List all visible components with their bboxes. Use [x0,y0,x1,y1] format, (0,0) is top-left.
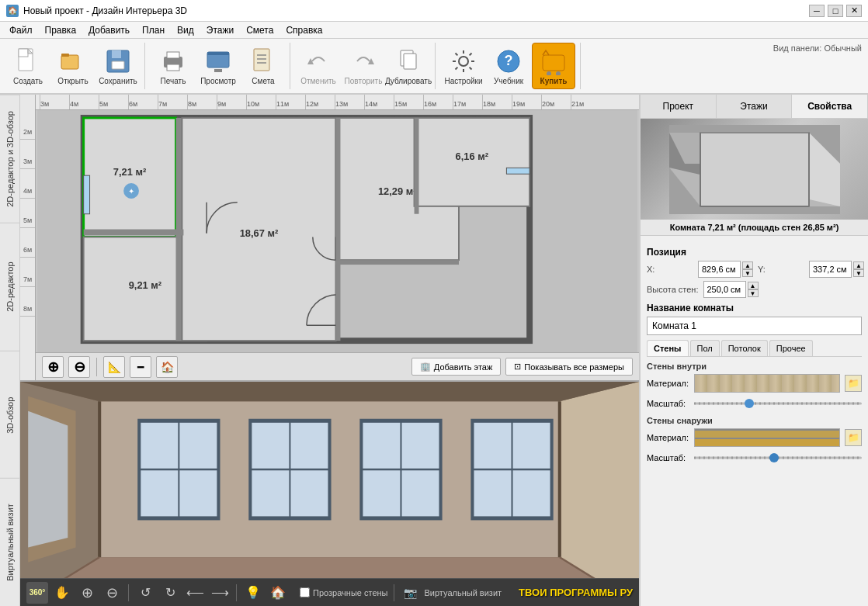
orbit-right-button[interactable]: ⟶ [209,582,231,604]
room-name-input[interactable] [647,317,862,335]
svg-marker-72 [28,411,68,548]
duplicate-button[interactable]: Дублировать [387,43,430,89]
tab-properties[interactable]: Свойства [792,95,868,118]
sidebar-2d3d[interactable]: 2D-редактор и 3D-обзор [0,95,19,223]
home-button[interactable]: 🏠 [156,356,178,378]
svg-rect-49 [506,168,529,174]
x-increment[interactable]: ▲ [742,261,753,269]
print-button[interactable]: Печать [151,43,195,89]
minus-button[interactable]: ━ [130,356,151,378]
sub-tab-other[interactable]: Прочее [769,340,813,356]
svg-text:7,21 м²: 7,21 м² [113,166,147,178]
sub-tab-walls[interactable]: Стены [647,340,689,356]
x-spinner: ▲ ▼ [742,261,753,277]
scale-thumb[interactable] [745,399,754,408]
light-button[interactable]: 💡 [242,582,264,604]
ruler-h-tick: 21м [571,95,600,109]
y-decrement[interactable]: ▼ [853,269,864,277]
walls-outside-folder-button[interactable]: 📁 [845,429,862,446]
create-icon [14,47,42,75]
scale-thumb-2[interactable] [769,453,779,462]
menu-file[interactable]: Файл [3,23,39,37]
svg-text:✦: ✦ [128,187,134,196]
home-3d-button[interactable]: 🏠 [267,582,289,604]
undo-button[interactable]: Отменить [297,43,340,89]
camera-button[interactable]: 📷 [400,582,422,604]
y-value[interactable]: 337,2 см [809,261,852,278]
walls-inside-folder-button[interactable]: 📁 [845,375,862,392]
minimize-button[interactable]: ─ [809,5,825,17]
center-area: 3м 4м 5м 6м 7м 8м 9м 10м 11м 12м 13м 14м… [20,95,639,606]
menu-plan[interactable]: План [136,23,171,37]
walls-outside-material-preview[interactable] [694,428,840,447]
save-button[interactable]: Сохранить [96,43,140,89]
orbit-left-button[interactable]: ⟵ [184,582,206,604]
open-button[interactable]: Открыть [51,43,95,89]
sub-tab-ceiling[interactable]: Потолок [721,340,768,356]
redo-button[interactable]: Повторить [342,43,385,89]
transparent-walls-toggle[interactable]: Прозрачные стены [300,587,387,597]
toolbar-group-print: Печать Просмотр Смета [151,43,290,89]
menu-floors[interactable]: Этажи [200,23,240,37]
zoom-in-button[interactable]: ⊕ [42,356,64,378]
create-button[interactable]: Создать [6,43,50,89]
x-label: X: [647,265,693,274]
rotate-left-button[interactable]: ↺ [134,582,156,604]
y-spinner: ▲ ▼ [853,261,864,277]
ruler-h-tick: 10м [246,95,276,109]
svg-rect-10 [167,64,179,71]
buy-icon [540,47,568,75]
floorplan-canvas[interactable]: 7,21 м² ✦ 9,21 м² 18,67 м² 12,29 м² [36,110,639,352]
y-input-group: 337,2 см ▲ ▼ [809,261,864,278]
settings-label: Настройки [444,77,482,85]
wall-height-decrement[interactable]: ▼ [748,289,759,297]
zoom-in-3d-button[interactable]: ⊕ [76,582,98,604]
pan-button[interactable]: ✋ [51,582,73,604]
walls-inside-slider[interactable] [694,397,862,410]
sidebar-virtual[interactable]: Виртуальный визит [0,478,19,606]
walls-inside-material-row: Материал: 📁 [647,374,862,393]
close-button[interactable]: ✕ [846,5,862,17]
menu-view[interactable]: Вид [171,23,200,37]
add-floor-button[interactable]: 🏢 Добавить этаж [411,358,501,376]
rotate-right-button[interactable]: ↻ [159,582,181,604]
tab-floors[interactable]: Этажи [717,95,793,118]
zoom-out-3d-button[interactable]: ⊖ [101,582,123,604]
y-increment[interactable]: ▲ [853,261,864,269]
360-button[interactable]: 360° [26,582,48,604]
menu-edit[interactable]: Правка [39,23,83,37]
scene-3d-svg [20,382,639,606]
tab-project[interactable]: Проект [641,95,717,118]
wall-height-label: Высота стен: [647,285,699,294]
duplicate-icon [394,47,422,75]
menu-help[interactable]: Справка [279,23,328,37]
walls-outside-slider[interactable] [694,452,862,464]
x-decrement[interactable]: ▼ [742,269,753,277]
buy-button[interactable]: Купить [532,43,575,89]
zoom-out-button[interactable]: ⊖ [68,356,90,378]
wall-height-input-group: 250,0 см ▲ ▼ [703,281,759,298]
menu-add[interactable]: Добавить [82,23,136,37]
sidebar-3d[interactable]: 3D-обзор [0,351,19,479]
settings-button[interactable]: Настройки [442,43,485,89]
measure-button[interactable]: 📐 [103,356,125,378]
sidebar-2d[interactable]: 2D-редактор [0,223,19,351]
undo-label: Отменить [300,77,336,85]
wall-height-increment[interactable]: ▲ [748,282,759,289]
x-value[interactable]: 829,6 см [698,261,741,278]
maximize-button[interactable]: □ [828,5,843,17]
wall-height-value[interactable]: 250,0 см [703,281,746,298]
title-area: 🏠 Новый проект - Дизайн Интерьера 3D [6,5,187,17]
ruler-h-tick: 16м [423,95,453,109]
svg-rect-14 [254,49,269,71]
preview-button[interactable]: Просмотр [196,43,240,89]
walls-inside-material-preview[interactable] [694,374,840,393]
menu-estimate[interactable]: Смета [240,23,279,37]
room-preview-svg [669,125,840,214]
show-dimensions-button[interactable]: ⊡ Показывать все размеры [505,358,633,376]
open-label: Открыть [57,77,88,85]
sub-tab-floor[interactable]: Пол [690,340,720,356]
estimate-button[interactable]: Смета [241,43,285,89]
tutorial-button[interactable]: ? Учебник [487,43,530,89]
transparent-walls-checkbox[interactable] [300,587,310,597]
